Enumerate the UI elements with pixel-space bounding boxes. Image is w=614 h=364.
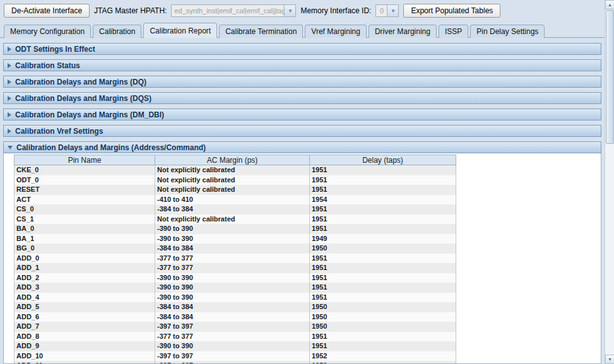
cell-ac-margin: Not explicitly calibrated bbox=[155, 214, 310, 225]
cell-ac-margin: -410 to 410 bbox=[155, 195, 310, 205]
memory-interface-id-value: 0 bbox=[375, 4, 387, 17]
cell-delay: 1951 bbox=[310, 214, 456, 225]
cell-pin-name: ODT_0 bbox=[15, 175, 155, 185]
cell-ac-margin: -377 to 377 bbox=[155, 254, 310, 264]
table-header: Pin NameAC Margin (ps)Delay (taps) bbox=[15, 155, 456, 165]
cell-delay: 1952 bbox=[310, 361, 456, 364]
table-row[interactable]: ADD_2-390 to 3901951 bbox=[15, 273, 456, 283]
export-populated-tables-button[interactable]: Export Populated Tables bbox=[403, 4, 500, 18]
section-calibration-status: Calibration Status bbox=[3, 59, 601, 71]
tab-driver-margining[interactable]: Driver Margining bbox=[369, 25, 437, 38]
section-calibration-delays-and-margins-dq: Calibration Delays and Margins (DQ) bbox=[3, 76, 601, 88]
cell-ac-margin: -377 to 377 bbox=[155, 332, 310, 342]
table-row[interactable]: RESETNot explicitly calibrated1951 bbox=[15, 185, 456, 195]
cell-delay: 1951 bbox=[310, 341, 456, 351]
table-row[interactable]: ADD_8-377 to 3771951 bbox=[15, 332, 456, 342]
section-header-calibration-vref-settings[interactable]: Calibration Vref Settings bbox=[3, 125, 601, 137]
tab-calibration-report[interactable]: Calibration Report bbox=[143, 23, 217, 38]
col-header-ac-margin-ps: AC Margin (ps) bbox=[155, 155, 310, 165]
section-title: Calibration Vref Settings bbox=[15, 127, 103, 136]
tab-memory-configuration[interactable]: Memory Configuration bbox=[4, 25, 91, 38]
table-row[interactable]: ADD_9-390 to 3901951 bbox=[15, 341, 456, 351]
ac-calibration-table: Pin NameAC Margin (ps)Delay (taps) CKE_0… bbox=[14, 155, 456, 364]
calibration-table-panel: Pin NameAC Margin (ps)Delay (taps) CKE_0… bbox=[3, 153, 601, 364]
section-header-calibration-delays-and-margins-dqs[interactable]: Calibration Delays and Margins (DQS) bbox=[3, 92, 601, 104]
cell-ac-margin: Not explicitly calibrated bbox=[155, 185, 310, 195]
cell-pin-name: ADD_8 bbox=[15, 332, 155, 342]
cell-pin-name: ADD_11 bbox=[15, 361, 155, 364]
tab-vref-margining[interactable]: Vref Margining bbox=[305, 25, 367, 38]
cell-delay: 1951 bbox=[310, 293, 456, 303]
tab-calibration[interactable]: Calibration bbox=[93, 25, 141, 38]
cell-ac-margin: -390 to 390 bbox=[155, 283, 310, 293]
cell-ac-margin: -384 to 384 bbox=[155, 204, 310, 214]
table-row[interactable]: ADD_10-397 to 3971952 bbox=[15, 351, 456, 361]
cell-ac-margin: -397 to 397 bbox=[155, 351, 310, 361]
cell-pin-name: CS_0 bbox=[15, 204, 155, 214]
cell-delay: 1950 bbox=[310, 312, 456, 322]
cell-pin-name: CS_1 bbox=[15, 214, 155, 225]
cell-ac-margin: -397 to 397 bbox=[155, 361, 310, 364]
scroll-up-button[interactable]: ▲ bbox=[605, 0, 614, 9]
jtag-hpath-select[interactable]: ed_synth_inst|emif_cal|emif_cal|jtag_mas… bbox=[171, 4, 296, 17]
table-row[interactable]: ADD_5-384 to 3841950 bbox=[15, 302, 456, 312]
section-calibration-delays-and-margins-dm-dbi: Calibration Delays and Margins (DM_DBI) bbox=[3, 109, 601, 120]
tab-calibrate-termination[interactable]: Calibrate Termination bbox=[219, 25, 303, 38]
table-row[interactable]: CS_0-384 to 3841951 bbox=[15, 204, 456, 214]
table-row[interactable]: ADD_0-377 to 3771951 bbox=[15, 254, 456, 264]
table-row[interactable]: ADD_7-397 to 3971950 bbox=[15, 322, 456, 332]
cell-pin-name: ADD_3 bbox=[15, 283, 155, 293]
cell-ac-margin: -384 to 384 bbox=[155, 244, 310, 254]
table-row[interactable]: ODT_0Not explicitly calibrated1951 bbox=[15, 175, 456, 185]
cell-delay: 1949 bbox=[310, 234, 456, 244]
cell-delay: 1951 bbox=[310, 204, 456, 214]
section-calibration-delays-and-margins-address-command: Calibration Delays and Margins (Address/… bbox=[3, 141, 601, 364]
expand-arrow-icon bbox=[8, 112, 11, 117]
section-header-calibration-delays-and-margins-address-command[interactable]: Calibration Delays and Margins (Address/… bbox=[3, 141, 601, 153]
col-header-pin-name: Pin Name bbox=[15, 155, 155, 165]
section-header-calibration-delays-and-margins-dq[interactable]: Calibration Delays and Margins (DQ) bbox=[3, 76, 601, 88]
table-row[interactable]: CKE_0Not explicitly calibrated1951 bbox=[15, 165, 456, 175]
cell-delay: 1951 bbox=[310, 332, 456, 342]
table-row[interactable]: BA_0-390 to 3901951 bbox=[15, 224, 456, 234]
deactivate-interface-button[interactable]: De-Activate Interface bbox=[4, 4, 90, 18]
toolbar: De-Activate Interface JTAG Master HPATH:… bbox=[0, 0, 605, 21]
section-calibration-delays-and-margins-dqs: Calibration Delays and Margins (DQS) bbox=[3, 92, 601, 104]
table-row[interactable]: BG_0-384 to 3841950 bbox=[15, 244, 456, 254]
cell-ac-margin: -390 to 390 bbox=[155, 293, 310, 303]
section-title: Calibration Delays and Margins (DQ) bbox=[15, 78, 146, 86]
section-calibration-vref-settings: Calibration Vref Settings bbox=[3, 125, 601, 137]
table-row[interactable]: BA_1-390 to 3901949 bbox=[15, 234, 456, 244]
memory-interface-id-label: Memory Interface ID: bbox=[300, 6, 371, 15]
cell-delay: 1951 bbox=[310, 224, 456, 234]
cell-pin-name: BG_0 bbox=[15, 244, 155, 254]
collapse-arrow-icon bbox=[8, 146, 13, 150]
table-row[interactable]: ADD_6-384 to 3841950 bbox=[15, 312, 456, 322]
table-row[interactable]: CS_1Not explicitly calibrated1951 bbox=[15, 214, 456, 225]
cell-pin-name: ADD_9 bbox=[15, 341, 155, 351]
tab-pin-delay-settings[interactable]: Pin Delay Settings bbox=[470, 25, 545, 38]
jtag-hpath-value: ed_synth_inst|emif_cal|emif_cal|jtag_mas… bbox=[171, 4, 284, 17]
table-row[interactable]: ADD_11-397 to 3971952 bbox=[15, 361, 456, 364]
sections: ODT Settings In EffectCalibration Status… bbox=[0, 38, 605, 364]
scrollbar-thumb[interactable] bbox=[606, 10, 614, 144]
table-row[interactable]: ADD_1-377 to 3771951 bbox=[15, 263, 456, 273]
emif-toolkit-window: De-Activate Interface JTAG Master HPATH:… bbox=[0, 0, 605, 364]
scroll-down-button[interactable]: ▼ bbox=[605, 355, 614, 364]
tab-issp[interactable]: ISSP bbox=[439, 25, 468, 38]
table-row[interactable]: ADD_4-390 to 3901951 bbox=[15, 293, 456, 303]
table-row[interactable]: ADD_3-390 to 3901951 bbox=[15, 283, 456, 293]
cell-ac-margin: -397 to 397 bbox=[155, 322, 310, 332]
col-header-delay-taps: Delay (taps) bbox=[310, 155, 456, 165]
cell-delay: 1951 bbox=[310, 263, 456, 273]
section-header-calibration-delays-and-margins-dm-dbi[interactable]: Calibration Delays and Margins (DM_DBI) bbox=[3, 109, 601, 120]
cell-pin-name: BA_1 bbox=[15, 234, 155, 244]
dropdown-arrow-icon[interactable]: ▾ bbox=[284, 4, 296, 17]
dropdown-arrow-icon[interactable]: ▾ bbox=[387, 4, 399, 17]
memory-interface-id-select[interactable]: 0 ▾ bbox=[375, 4, 399, 17]
cell-delay: 1951 bbox=[310, 175, 456, 185]
section-header-odt-settings-in-effect[interactable]: ODT Settings In Effect bbox=[3, 43, 601, 55]
cell-delay: 1950 bbox=[310, 302, 456, 312]
section-header-calibration-status[interactable]: Calibration Status bbox=[3, 59, 601, 71]
table-row[interactable]: ACT-410 to 4101954 bbox=[15, 195, 456, 205]
